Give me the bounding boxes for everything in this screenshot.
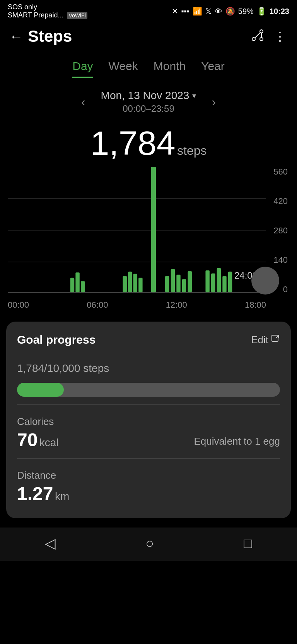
y-label-420: 420 — [273, 196, 288, 206]
chart-x-labels: 00:00 06:00 12:00 18:00 — [8, 300, 266, 310]
vowifi-badge: VoWiFi — [67, 12, 87, 19]
svg-rect-27 — [228, 272, 232, 292]
calories-equivalent: Equivalent to 1 egg — [194, 435, 280, 450]
distance-unit: km — [55, 490, 69, 502]
top-bar: ← Steps ⋮ — [0, 21, 297, 52]
svg-rect-18 — [165, 276, 169, 292]
tab-year[interactable]: Year — [201, 60, 225, 78]
svg-rect-19 — [171, 269, 175, 292]
svg-rect-24 — [211, 273, 215, 292]
svg-rect-11 — [75, 272, 79, 292]
svg-rect-26 — [222, 276, 226, 292]
prev-date-button[interactable]: ‹ — [81, 95, 85, 109]
distance-value: 1.27 — [17, 483, 53, 504]
steps-bar-chart — [8, 167, 266, 295]
svg-point-1 — [260, 30, 263, 33]
date-navigator: ‹ Mon, 13 Nov 2023 ▾ 00:00–23:59 › — [0, 78, 297, 117]
goal-card-header: Goal progress Edit — [17, 333, 280, 346]
svg-rect-12 — [81, 281, 85, 292]
goal-steps-value: 1,784/10,000 steps — [17, 354, 280, 377]
date-text: Mon, 13 Nov 2023 — [101, 89, 189, 102]
steps-number: 1,784 — [90, 124, 175, 162]
status-bar: SOS only SMART Prepaid... VoWiFi ✕ ▪▪▪ 📶… — [0, 0, 297, 21]
tab-day[interactable]: Day — [72, 60, 93, 78]
chart-container: 560 420 280 140 0 — [0, 167, 297, 314]
svg-rect-14 — [128, 272, 132, 292]
more-options-icon[interactable]: ⋮ — [274, 29, 288, 44]
svg-line-3 — [255, 33, 260, 38]
date-info: Mon, 13 Nov 2023 ▾ 00:00–23:59 — [101, 89, 196, 114]
svg-rect-10 — [70, 278, 74, 293]
calories-label: Calories — [17, 416, 280, 428]
x-label-0000: 00:00 — [8, 300, 29, 310]
progress-bar-fill — [17, 383, 64, 397]
tab-month[interactable]: Month — [154, 60, 186, 78]
back-button[interactable]: ← — [9, 28, 23, 45]
next-date-button[interactable]: › — [212, 95, 216, 109]
date-dropdown-icon: ▾ — [192, 91, 196, 100]
calories-row-flex: 70 kcal Equivalent to 1 egg — [17, 429, 280, 450]
svg-rect-20 — [176, 275, 180, 293]
edit-icon — [271, 334, 280, 346]
steps-count: 1,784 steps — [0, 117, 297, 167]
distance-value-wrap: 1.27 km — [17, 483, 280, 504]
signal-x-icon: ✕ — [172, 7, 178, 16]
edit-button[interactable]: Edit — [251, 334, 280, 346]
y-label-0: 0 — [283, 284, 288, 295]
current-steps: 1,784 — [17, 362, 44, 374]
y-label-280: 280 — [273, 226, 288, 236]
battery-percent: 59% — [238, 7, 254, 16]
calories-row: Calories 70 kcal Equivalent to 1 egg — [17, 409, 280, 454]
x-label-0600: 06:00 — [87, 300, 108, 310]
y-label-140: 140 — [273, 255, 288, 265]
svg-rect-15 — [133, 274, 137, 293]
divider-2 — [17, 458, 280, 459]
svg-rect-23 — [205, 270, 209, 292]
signal-bars-icon: ▪▪▪ — [181, 7, 189, 16]
wifi-icon: 📶 — [193, 7, 202, 16]
time-range: 00:00–23:59 — [101, 103, 196, 114]
date-label[interactable]: Mon, 13 Nov 2023 ▾ — [101, 89, 196, 102]
page-title: Steps — [28, 27, 72, 46]
svg-rect-25 — [217, 268, 221, 293]
svg-point-2 — [260, 38, 263, 41]
carrier1: SOS only — [8, 3, 87, 11]
top-bar-left: ← Steps — [9, 27, 72, 46]
svg-rect-21 — [182, 279, 186, 292]
svg-rect-28 — [272, 335, 278, 341]
back-nav-icon[interactable]: ◁ — [45, 535, 56, 552]
calories-value-wrap: 70 kcal — [17, 429, 59, 450]
recent-nav-icon[interactable]: □ — [244, 535, 252, 552]
svg-rect-13 — [123, 276, 126, 292]
bell-off-icon: 🔕 — [225, 7, 235, 16]
carrier2: SMART Prepaid... VoWiFi — [8, 11, 87, 19]
x-label-1200: 12:00 — [166, 300, 187, 310]
x-label-1800: 18:00 — [245, 300, 266, 310]
eye-icon: 👁 — [215, 7, 222, 16]
divider-1 — [17, 404, 280, 405]
distance-row: Distance 1.27 km — [17, 463, 280, 507]
steps-unit: steps — [177, 144, 207, 158]
calories-unit: kcal — [39, 437, 59, 449]
home-nav-icon[interactable]: ○ — [145, 535, 154, 552]
tab-week[interactable]: Week — [109, 60, 138, 78]
clock: 10:23 — [270, 7, 289, 16]
goal-card: Goal progress Edit 1,784/10,000 steps Ca… — [6, 322, 291, 518]
connect-icon[interactable] — [251, 28, 265, 45]
goal-title: Goal progress — [17, 333, 96, 346]
x-social-icon: 𝕏 — [205, 7, 212, 16]
top-bar-right: ⋮ — [251, 28, 288, 45]
carrier-info: SOS only SMART Prepaid... VoWiFi — [8, 3, 87, 19]
distance-label: Distance — [17, 469, 280, 481]
svg-rect-17 — [151, 167, 156, 292]
progress-bar — [17, 383, 280, 397]
calories-value: 70 — [17, 430, 38, 450]
y-label-560: 560 — [273, 167, 288, 177]
scrubber-handle[interactable] — [251, 267, 279, 295]
chart-svg-wrap — [8, 167, 266, 295]
bottom-nav: ◁ ○ □ — [0, 528, 297, 561]
goal-steps-label: /10,000 steps — [44, 362, 109, 374]
svg-rect-16 — [138, 278, 142, 293]
svg-point-0 — [252, 38, 255, 41]
edit-label: Edit — [251, 334, 268, 346]
